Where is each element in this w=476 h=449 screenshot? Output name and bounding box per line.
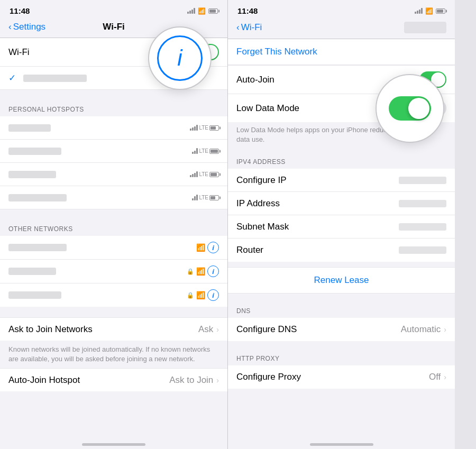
wifi-signal-icon-1: 📶 <box>196 267 205 276</box>
status-icons-left: 📶 <box>187 7 218 15</box>
configure-dns-row[interactable]: Configure DNS Automatic › <box>228 318 455 341</box>
hotspot-name-1 <box>8 148 61 155</box>
subnet-mask-value <box>399 223 446 231</box>
configure-ip-row[interactable]: Configure IP <box>228 169 455 192</box>
signal-bars-left <box>187 8 195 14</box>
router-value <box>399 246 446 254</box>
ipv4-list: Configure IP IP Address Subnet Mask Rout… <box>228 169 455 262</box>
ip-address-value <box>399 200 446 207</box>
hotspot-lte-3: LTE <box>192 195 219 200</box>
lock-icon-1: 🔒 <box>187 268 194 275</box>
other-network-row-1[interactable]: 🔒 📶 i <box>0 260 227 283</box>
configure-proxy-row[interactable]: Configure Proxy Off › <box>228 365 455 389</box>
wifi-icon-left: 📶 <box>198 7 206 15</box>
ip-address-row[interactable]: IP Address <box>228 192 455 215</box>
auto-join-hotspot-label: Auto-Join Hotspot <box>8 375 80 386</box>
auto-join-hotspot-value: Ask to Join › <box>169 375 219 386</box>
status-time-left: 11:48 <box>10 6 30 15</box>
configure-dns-value: Automatic › <box>401 324 446 335</box>
section-ipv4: IPV4 ADDRESS <box>228 150 455 169</box>
left-phone: 11:48 📶 ‹ Settings Wi-Fi Wi-Fi <box>0 0 227 449</box>
router-row[interactable]: Router <box>228 239 455 262</box>
status-icons-right: 📶 <box>415 7 445 15</box>
ask-to-join-value: Ask › <box>198 324 219 335</box>
back-button-right[interactable]: ‹ Wi-Fi <box>236 22 262 33</box>
hotspot-row-3[interactable]: LTE <box>0 186 227 209</box>
back-label-left: Settings <box>13 22 45 32</box>
section-personal-hotspots: PERSONAL HOTSPOTS <box>0 97 227 116</box>
toggle-large-knob <box>408 98 429 119</box>
configure-ip-label: Configure IP <box>236 175 287 186</box>
info-button-0[interactable]: i <box>207 242 219 253</box>
status-bar-left: 11:48 📶 <box>0 0 227 19</box>
toggle-large[interactable] <box>389 96 431 121</box>
hotspot-name-3 <box>8 194 67 201</box>
wifi-icon-right: 📶 <box>425 7 433 15</box>
nav-title-blur-right <box>404 22 446 33</box>
hotspot-lte-1: LTE <box>192 148 219 154</box>
chevron-right-icon: › <box>216 325 219 334</box>
section-http-proxy: HTTP PROXY <box>228 346 455 365</box>
back-label-right: Wi-Fi <box>241 22 262 33</box>
nav-title-left: Wi-Fi <box>103 22 124 32</box>
info-button-1[interactable]: i <box>207 265 219 277</box>
info-circle-large[interactable]: i <box>148 26 212 90</box>
ask-to-join-label: Ask to Join Networks <box>8 324 93 335</box>
signal-bars-right <box>415 8 423 14</box>
connected-network-name <box>23 75 87 82</box>
hotspot-row-2[interactable]: LTE <box>0 163 227 186</box>
ip-address-label: IP Address <box>236 198 280 209</box>
chevron-left-icon-right: ‹ <box>236 22 240 33</box>
hotspot-row-1[interactable]: LTE <box>0 140 227 163</box>
low-data-mode-label: Low Data Mode <box>236 103 299 114</box>
subnet-mask-row[interactable]: Subnet Mask <box>228 215 455 239</box>
auto-join-label: Auto-Join <box>236 75 274 85</box>
renew-lease-label: Renew Lease <box>314 275 369 286</box>
info-button-2[interactable]: i <box>207 289 219 301</box>
battery-right <box>436 8 445 14</box>
checkmark-icon: ✓ <box>8 72 18 84</box>
status-time-right: 11:48 <box>237 6 258 15</box>
wifi-signal-icon-0: 📶 <box>196 243 205 252</box>
configure-ip-value <box>399 177 446 184</box>
info-icon-large: i <box>157 35 203 81</box>
status-bar-right: 11:48 📶 <box>228 0 455 19</box>
configure-proxy-label: Configure Proxy <box>236 372 301 382</box>
hotspot-row-0[interactable]: LTE <box>0 116 227 140</box>
subnet-mask-label: Subnet Mask <box>236 222 289 232</box>
home-indicator-right <box>310 443 373 446</box>
router-label: Router <box>236 245 263 255</box>
lock-icon-2: 🔒 <box>187 292 194 299</box>
ask-to-join-row[interactable]: Ask to Join Networks Ask › <box>0 317 227 341</box>
hotspot-name-0 <box>8 124 51 132</box>
other-network-name-1 <box>8 268 56 275</box>
forget-network-label: Forget This Network <box>236 47 317 57</box>
other-network-row-2[interactable]: 🔒 📶 i <box>0 283 227 307</box>
auto-join-hotspot-row[interactable]: Auto-Join Hotspot Ask to Join › <box>0 368 227 391</box>
chevron-right-icon-2: › <box>216 376 219 384</box>
home-indicator-left <box>82 443 145 446</box>
section-other-networks: OTHER NETWORKS <box>0 217 227 236</box>
hotspot-name-2 <box>8 171 56 178</box>
right-phone: 11:48 📶 ‹ Wi-Fi Forget This Network A <box>227 0 455 449</box>
nav-bar-right: ‹ Wi-Fi <box>228 19 455 39</box>
toggle-circle-large[interactable] <box>376 74 444 143</box>
other-network-row-0[interactable]: 📶 i <box>0 236 227 260</box>
other-network-name-2 <box>8 291 61 299</box>
wifi-signal-icon-2: 📶 <box>196 291 205 299</box>
hotspot-lte-2: LTE <box>190 171 219 177</box>
chevron-right-proxy: › <box>444 373 446 381</box>
configure-dns-label: Configure DNS <box>236 324 297 335</box>
other-network-name-0 <box>8 244 67 251</box>
renew-lease-row[interactable]: Renew Lease <box>228 267 455 294</box>
forget-network-row[interactable]: Forget This Network <box>228 39 455 65</box>
chevron-right-dns: › <box>444 325 446 334</box>
configure-proxy-value: Off › <box>429 372 446 382</box>
wifi-label: Wi-Fi <box>8 47 30 58</box>
hotspot-list: LTE LTE LTE LTE <box>0 116 227 209</box>
section-dns: DNS <box>228 299 455 318</box>
back-button-left[interactable]: ‹ Settings <box>8 22 45 32</box>
battery-left <box>208 8 218 14</box>
chevron-left-icon: ‹ <box>8 22 12 32</box>
other-networks-list: 📶 i 🔒 📶 i 🔒 📶 i <box>0 236 227 307</box>
